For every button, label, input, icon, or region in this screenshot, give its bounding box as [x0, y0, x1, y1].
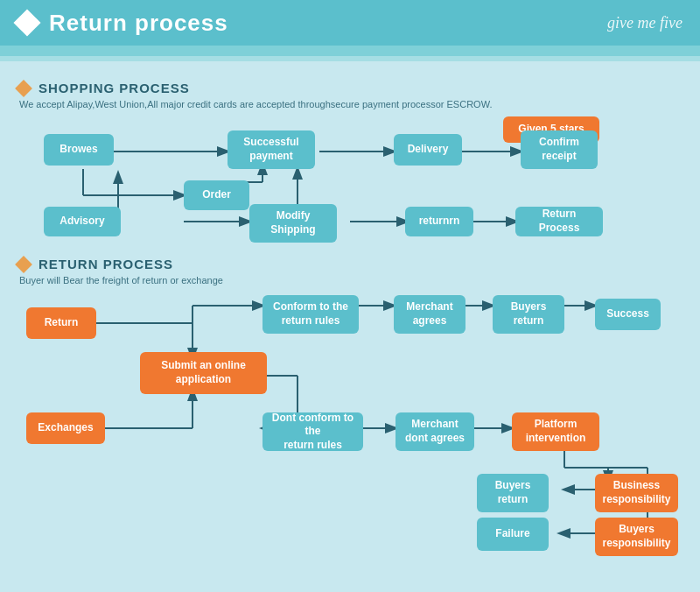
box-submit-online: Submit an online application — [140, 352, 267, 394]
return-subtitle: Buyer will Bear the freight of return or… — [19, 275, 682, 285]
box-advisory: Advisory — [44, 207, 121, 236]
header: Return process give me five — [0, 0, 700, 46]
box-conform-rules: Conform to the return rules — [262, 295, 359, 334]
box-order: Order — [184, 180, 249, 210]
box-failure: Failure — [477, 518, 549, 551]
box-platform-intervention: Platform intervention — [512, 412, 599, 451]
box-confirm-receipt: Confirm receipt — [521, 130, 598, 169]
shopping-diagram: Given 5 stars Browes Successful payment … — [18, 116, 682, 257]
box-return: Return — [26, 307, 96, 339]
box-merchant-dont-agrees: Merchant dont agrees — [396, 412, 474, 451]
box-successful-payment: Successful payment — [228, 130, 315, 169]
box-business-responsibility: Business responsibility — [595, 474, 678, 512]
return-title: RETURN PROCESS — [38, 257, 173, 271]
box-buyers-return1: Buyers return — [493, 295, 564, 334]
return-diamond — [15, 256, 32, 273]
box-success: Success — [595, 299, 661, 330]
box-buyers-responsibility: Buyers responsibility — [595, 518, 678, 556]
shopping-diamond — [15, 80, 32, 97]
header-diamond — [13, 9, 40, 36]
box-merchant-agrees: Merchant agrees — [394, 295, 466, 334]
box-browes: Browes — [44, 134, 114, 166]
header-brand: give me five — [607, 14, 682, 32]
shopping-subtitle: We accept Alipay,West Union,All major cr… — [19, 99, 682, 109]
return-diagram: Return Exchanges Submit an online applic… — [18, 292, 682, 564]
box-modify-shipping: Modify Shipping — [249, 204, 337, 243]
ribbon — [0, 46, 700, 61]
box-returnrn: returnrn — [405, 207, 473, 236]
box-return-process: Return Process — [515, 207, 603, 236]
shopping-title: SHOPPING PROCESS — [38, 81, 190, 95]
box-dont-conform-rules: Dont conform to the return rules — [262, 412, 363, 451]
main-content: SHOPPING PROCESS We accept Alipay,West U… — [0, 61, 700, 592]
box-delivery: Delivery — [394, 134, 462, 166]
return-section-header: RETURN PROCESS — [18, 257, 682, 271]
box-buyers-return2: Buyers return — [477, 474, 549, 512]
header-title: Return process — [49, 10, 228, 37]
shopping-section-header: SHOPPING PROCESS — [18, 81, 682, 95]
box-exchanges: Exchanges — [26, 412, 105, 444]
